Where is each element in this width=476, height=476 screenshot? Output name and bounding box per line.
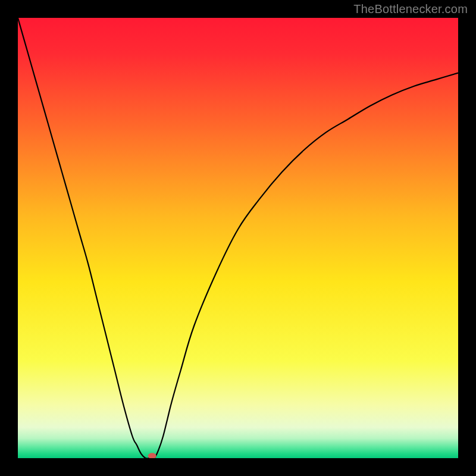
- chart-svg: [18, 18, 458, 458]
- chart-frame: TheBottlenecker.com: [0, 0, 476, 476]
- gradient-background: [18, 18, 458, 458]
- watermark-text: TheBottlenecker.com: [353, 2, 468, 16]
- plot-area: [18, 18, 458, 458]
